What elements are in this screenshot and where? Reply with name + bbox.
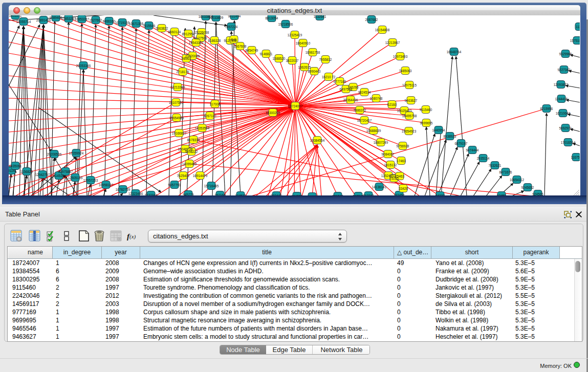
svg-text:157164: 157164 (214, 193, 226, 196)
svg-text:18724007: 18724007 (288, 104, 303, 108)
svg-text:20053346: 20053346 (76, 64, 91, 68)
svg-text:33426: 33426 (399, 187, 408, 190)
svg-text:9777169: 9777169 (334, 80, 346, 83)
svg-text:2935114: 2935114 (477, 157, 490, 160)
svg-text:19654985: 19654985 (169, 116, 184, 120)
svg-text:9463627: 9463627 (405, 99, 418, 102)
svg-text:16210643: 16210643 (556, 112, 571, 115)
svg-text:17463: 17463 (397, 159, 406, 163)
svg-text:104233: 104233 (291, 194, 302, 196)
svg-text:14353594: 14353594 (195, 126, 210, 130)
svg-text:16961758: 16961758 (306, 51, 320, 54)
svg-text:1089406: 1089406 (50, 16, 62, 19)
svg-text:15226058: 15226058 (194, 31, 209, 34)
svg-text:98961: 98961 (182, 57, 191, 60)
svg-text:12942757: 12942757 (35, 173, 50, 177)
svg-text:2718176: 2718176 (177, 70, 189, 74)
svg-text:20891406: 20891406 (36, 18, 51, 22)
svg-text:8813054: 8813054 (266, 16, 278, 20)
svg-text:1080748: 1080748 (370, 97, 383, 100)
svg-text:1232344: 1232344 (145, 193, 158, 196)
svg-text:117006: 117006 (210, 102, 221, 106)
svg-text:924565: 924565 (532, 192, 543, 196)
svg-text:10958107: 10958107 (99, 183, 114, 187)
svg-text:15720407: 15720407 (357, 119, 372, 122)
svg-text:9457791: 9457791 (168, 183, 181, 187)
svg-text:16648764: 16648764 (447, 50, 462, 54)
svg-text:17359924: 17359924 (69, 151, 84, 155)
svg-text:10973493: 10973493 (393, 55, 408, 58)
svg-text:12213967: 12213967 (385, 41, 400, 45)
svg-text:9329966: 9329966 (559, 52, 572, 56)
svg-text:18495758: 18495758 (402, 114, 417, 118)
svg-text:12975115: 12975115 (402, 83, 417, 87)
svg-text:20206536: 20206536 (47, 152, 62, 156)
svg-text:7485063: 7485063 (399, 69, 412, 73)
svg-text:(x): (x) (129, 233, 136, 240)
svg-text:8186328: 8186328 (208, 39, 221, 42)
svg-text:991243: 991243 (332, 194, 343, 196)
svg-text:201123: 201123 (307, 195, 318, 196)
svg-text:17957253: 17957253 (83, 179, 98, 182)
svg-text:7632621: 7632621 (489, 164, 502, 167)
svg-text:16154808: 16154808 (375, 28, 390, 32)
svg-text:1435061: 1435061 (9, 164, 22, 168)
svg-text:15751074: 15751074 (570, 39, 580, 42)
svg-text:7857224: 7857224 (225, 25, 238, 29)
svg-text:8678334: 8678334 (187, 138, 200, 142)
svg-text:17016514: 17016514 (561, 141, 576, 144)
svg-text:9756928: 9756928 (397, 144, 409, 148)
svg-text:16107553: 16107553 (169, 101, 184, 104)
svg-text:12093872: 12093872 (554, 83, 569, 86)
svg-text:9245652: 9245652 (521, 186, 534, 189)
svg-text:9115460: 9115460 (420, 108, 432, 112)
svg-text:7663822: 7663822 (156, 27, 168, 30)
svg-text:1527602: 1527602 (90, 18, 102, 22)
svg-text:116753: 116753 (571, 156, 580, 159)
svg-text:16210 72: 16210 72 (322, 75, 336, 79)
svg-text:10853287: 10853287 (61, 17, 76, 20)
svg-text:7625402: 7625402 (177, 174, 190, 178)
svg-text:8660124: 8660124 (168, 30, 181, 34)
svg-text:8990443: 8990443 (308, 70, 321, 73)
svg-text:18807249: 18807249 (374, 141, 388, 144)
svg-text:8454749: 8454749 (246, 49, 258, 52)
svg-text:10688639: 10688639 (366, 129, 381, 133)
svg-text:10853287: 10853287 (75, 17, 90, 21)
svg-text:8912954: 8912954 (182, 32, 195, 36)
svg-text:7886372: 7886372 (354, 108, 366, 112)
svg-text:10671355: 10671355 (129, 22, 144, 26)
svg-text:3822037: 3822037 (286, 59, 299, 62)
svg-text:9227342: 9227342 (558, 68, 571, 72)
svg-text:9146821: 9146821 (260, 52, 273, 56)
svg-text:14055714: 14055714 (16, 20, 31, 24)
svg-text:19654923: 19654923 (402, 129, 417, 133)
svg-text:104523: 104523 (235, 194, 246, 196)
svg-text:812343: 812343 (363, 194, 374, 196)
svg-text:19218506: 19218506 (278, 23, 293, 26)
svg-text:84233: 84233 (435, 194, 445, 196)
svg-text:12505135: 12505135 (68, 176, 83, 180)
svg-text:62160: 62160 (387, 103, 397, 106)
svg-text:8466160: 8466160 (103, 19, 116, 23)
svg-text:1117: 1117 (576, 25, 580, 29)
svg-text:9474444: 9474444 (466, 148, 479, 152)
svg-text:9031494: 9031494 (228, 15, 241, 18)
svg-text:8938923: 8938923 (444, 135, 456, 138)
svg-text:12323446: 12323446 (128, 192, 143, 195)
svg-text:18300295: 18300295 (266, 111, 280, 115)
svg-text:5692971: 5692971 (559, 126, 572, 130)
svg-text:1815132: 1815132 (384, 163, 397, 167)
svg-text:19543362: 19543362 (189, 41, 204, 45)
svg-text:9127503: 9127503 (194, 36, 207, 40)
svg-text:1588520: 1588520 (273, 57, 286, 60)
svg-text:19166827: 19166827 (172, 132, 187, 135)
svg-text:1405571: 1405571 (9, 15, 22, 17)
svg-text:3267110: 3267110 (204, 114, 216, 118)
svg-text:3824514: 3824514 (358, 91, 371, 94)
svg-text:1132541: 1132541 (314, 15, 326, 18)
svg-text:92450: 92450 (497, 194, 506, 196)
svg-text:14099489: 14099489 (182, 162, 197, 166)
svg-text:12325419: 12325419 (288, 33, 302, 37)
svg-text:1362615: 1362615 (298, 65, 311, 69)
